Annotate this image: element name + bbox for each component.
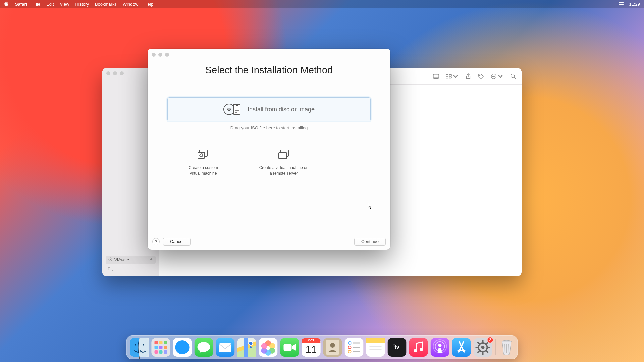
toolbar-action-icon[interactable] bbox=[491, 73, 503, 79]
eject-icon[interactable] bbox=[150, 258, 153, 262]
dock-podcasts[interactable] bbox=[431, 338, 449, 357]
install-from-disc-button[interactable]: Install from disc or image bbox=[167, 97, 371, 121]
minimize-button[interactable] bbox=[158, 53, 162, 57]
sidebar-item-label: VMware... bbox=[114, 258, 132, 262]
menu-edit[interactable]: Edit bbox=[46, 2, 54, 7]
apple-menu-icon[interactable] bbox=[4, 1, 9, 7]
create-custom-vm-button[interactable]: Create a custom virtual machine bbox=[173, 148, 233, 176]
dock-calendar[interactable]: OCT 11 bbox=[302, 338, 321, 357]
dock-launchpad[interactable] bbox=[152, 338, 170, 357]
svg-point-13 bbox=[493, 76, 494, 77]
dock-trash[interactable] bbox=[499, 339, 514, 356]
toolbar-view-icon[interactable] bbox=[433, 73, 439, 79]
dialog-title: Select the Installation Method bbox=[148, 61, 390, 77]
dock-photos[interactable] bbox=[259, 338, 278, 357]
minimize-button[interactable] bbox=[113, 71, 117, 75]
settings-badge: 2 bbox=[487, 337, 494, 343]
option-label: Create a virtual machine on bbox=[259, 165, 309, 170]
menu-app-name[interactable]: Safari bbox=[15, 2, 27, 7]
desktop: Safari File Edit View History Bookmarks … bbox=[0, 0, 644, 362]
menu-window[interactable]: Window bbox=[123, 2, 138, 7]
svg-rect-7 bbox=[449, 74, 452, 76]
svg-rect-6 bbox=[446, 74, 448, 76]
svg-rect-37 bbox=[164, 341, 167, 344]
svg-point-33 bbox=[143, 344, 144, 346]
toolbar-share-icon[interactable] bbox=[465, 73, 471, 79]
svg-rect-8 bbox=[446, 76, 448, 78]
svg-rect-75 bbox=[366, 338, 385, 343]
menu-file[interactable]: File bbox=[33, 2, 40, 7]
svg-point-66 bbox=[330, 343, 335, 348]
disk-icon bbox=[108, 257, 112, 262]
svg-point-82 bbox=[414, 349, 417, 352]
svg-text:tv: tv bbox=[394, 344, 399, 350]
svg-point-51 bbox=[249, 341, 253, 345]
disc-image-icon bbox=[223, 102, 241, 116]
dock-safari[interactable] bbox=[173, 338, 192, 357]
dock-messages[interactable] bbox=[195, 338, 213, 357]
install-from-disc-label: Install from disc or image bbox=[248, 106, 315, 113]
menu-view[interactable]: View bbox=[60, 2, 69, 7]
toolbar-search-icon[interactable] bbox=[510, 73, 516, 79]
svg-point-85 bbox=[438, 344, 442, 347]
dock-notes[interactable] bbox=[366, 338, 385, 357]
svg-point-10 bbox=[479, 75, 480, 76]
create-remote-vm-button[interactable]: Create a virtual machine on a remote ser… bbox=[254, 148, 314, 176]
menu-clock[interactable]: 11:29 bbox=[629, 2, 640, 7]
continue-button[interactable]: Continue bbox=[354, 238, 386, 246]
control-center-icon[interactable] bbox=[619, 1, 624, 7]
svg-point-58 bbox=[261, 343, 267, 349]
svg-rect-43 bbox=[164, 350, 167, 354]
svg-point-83 bbox=[420, 348, 423, 351]
dock-reminders[interactable] bbox=[345, 338, 364, 357]
option-label: virtual machine bbox=[190, 171, 217, 176]
svg-rect-26 bbox=[198, 152, 205, 158]
sidebar-tags-label: Tags bbox=[108, 267, 156, 271]
svg-rect-42 bbox=[159, 350, 163, 354]
dock-maps[interactable] bbox=[237, 338, 256, 357]
menu-bar: Safari File Edit View History Bookmarks … bbox=[0, 0, 644, 8]
svg-point-14 bbox=[495, 76, 495, 77]
svg-rect-38 bbox=[155, 346, 158, 349]
dock-finder[interactable] bbox=[130, 338, 149, 357]
svg-line-16 bbox=[514, 77, 516, 79]
svg-rect-81 bbox=[409, 338, 428, 357]
svg-rect-29 bbox=[279, 153, 287, 159]
dock-mail[interactable] bbox=[216, 338, 235, 357]
dialog-titlebar[interactable] bbox=[148, 49, 390, 61]
custom-vm-icon bbox=[173, 148, 233, 162]
svg-rect-60 bbox=[284, 344, 292, 351]
dock-facetime[interactable] bbox=[280, 338, 299, 357]
install-hint: Drag your ISO file here to start install… bbox=[158, 125, 380, 130]
svg-rect-1 bbox=[619, 4, 624, 5]
svg-point-15 bbox=[511, 74, 515, 77]
dock-music[interactable] bbox=[409, 338, 428, 357]
close-button[interactable] bbox=[106, 71, 110, 75]
calendar-day-label: 11 bbox=[302, 344, 321, 355]
zoom-button[interactable] bbox=[165, 53, 169, 57]
cancel-button[interactable]: Cancel bbox=[163, 238, 191, 246]
svg-point-91 bbox=[481, 346, 485, 349]
svg-rect-41 bbox=[155, 350, 158, 354]
menu-bookmarks[interactable]: Bookmarks bbox=[95, 2, 117, 7]
dock: OCT 11 tv 2 bbox=[126, 335, 518, 359]
sidebar-item-vmware[interactable]: VMware... bbox=[106, 256, 156, 264]
menu-help[interactable]: Help bbox=[144, 2, 153, 7]
svg-point-31 bbox=[135, 344, 136, 346]
close-button[interactable] bbox=[152, 53, 156, 57]
menu-history[interactable]: History bbox=[75, 2, 89, 7]
toolbar-group-icon[interactable] bbox=[446, 73, 459, 79]
finder-traffic-lights[interactable] bbox=[106, 71, 124, 75]
dock-appstore[interactable] bbox=[452, 338, 471, 357]
zoom-button[interactable] bbox=[120, 71, 124, 75]
dock-system-preferences[interactable]: 2 bbox=[474, 338, 492, 357]
help-button[interactable]: ? bbox=[152, 238, 160, 245]
option-label: Create a custom bbox=[189, 165, 218, 170]
dock-contacts[interactable] bbox=[323, 338, 342, 357]
svg-rect-21 bbox=[236, 104, 238, 106]
svg-rect-63 bbox=[302, 342, 321, 343]
dock-separator bbox=[496, 339, 496, 355]
dock-tv[interactable]: tv bbox=[388, 338, 407, 357]
toolbar-tag-icon[interactable] bbox=[478, 73, 484, 79]
svg-rect-9 bbox=[449, 76, 452, 78]
